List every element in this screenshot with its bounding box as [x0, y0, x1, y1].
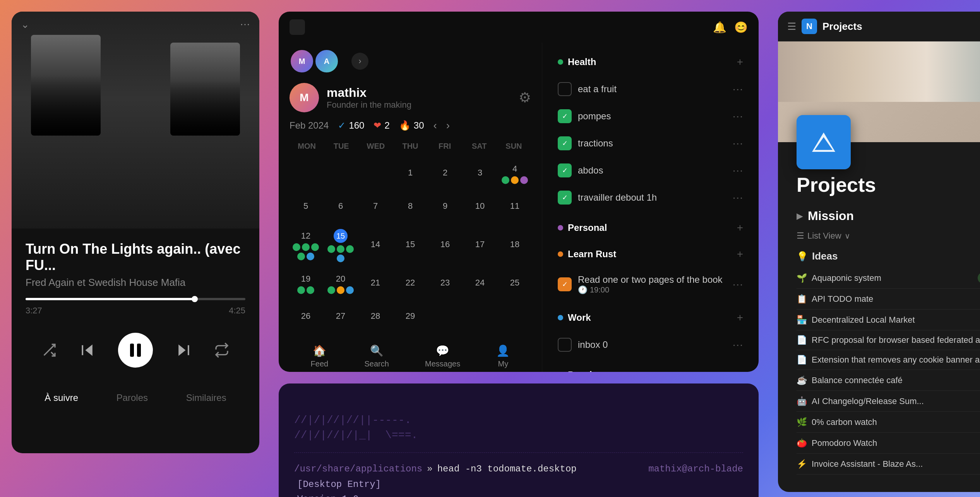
prev-month-button[interactable]: ‹ [433, 119, 437, 132]
toggle-icon[interactable]: ▶ [797, 211, 803, 221]
total-time: 4:25 [229, 306, 245, 316]
more-options-tractions[interactable]: ⋯ [732, 137, 743, 150]
settings-icon[interactable]: ⚙ [519, 89, 531, 106]
cal-day-18[interactable]: 18 [499, 225, 531, 266]
cal-day-15[interactable]: 15 [394, 225, 427, 266]
notion-item-7[interactable]: 🌿 0% carbon watch Fair Design August 13,… [797, 412, 980, 433]
cal-day-empty [324, 158, 357, 189]
cal-day-5[interactable]: 5 [290, 192, 322, 223]
habit-check-eat-fruit[interactable] [558, 82, 572, 96]
more-options-eat-fruit[interactable]: ⋯ [732, 83, 743, 96]
category-work[interactable]: Work + [552, 306, 749, 329]
cal-day-1[interactable]: 1 [394, 158, 427, 189]
cal-day-25[interactable]: 25 [499, 268, 531, 299]
cal-day-19[interactable]: 19 [290, 268, 322, 299]
cal-day-28[interactable]: 28 [359, 302, 392, 333]
more-options-rust[interactable]: ⋯ [732, 278, 743, 291]
previous-button[interactable] [79, 342, 96, 359]
habit-check-rust[interactable]: ✓ [558, 277, 572, 291]
cal-day-4[interactable]: 4 [499, 158, 531, 189]
notion-item-6[interactable]: 🤖 AI Changelog/Release Sum... Hot Dev AI… [797, 391, 980, 412]
tab-paroles[interactable]: Paroles [117, 392, 148, 403]
day-header-mon: MON [290, 139, 324, 154]
notion-item-4[interactable]: 📄 Extension that removes any cookie bann… [797, 350, 980, 370]
next-button[interactable] [175, 342, 192, 359]
cal-day-21[interactable]: 21 [359, 268, 392, 299]
more-options-debout[interactable]: ⋯ [732, 191, 743, 204]
notion-item-8[interactable]: 🍅 Pomodoro Watch Insignifiant Desi Augus… [797, 433, 980, 454]
tab-a-suivre[interactable]: À suivre [45, 392, 78, 403]
cal-day-22[interactable]: 22 [394, 268, 427, 299]
nav-feed[interactable]: 🏠 Feed [311, 344, 329, 368]
chevron-down-icon[interactable]: ⌄ [21, 19, 29, 31]
item-1-title: API TODO mate [812, 294, 975, 304]
more-options-icon[interactable]: ⋯ [240, 19, 250, 31]
habit-stats-row: Feb 2024 ✓ 160 ❤ 2 🔥 30 ‹ › [279, 112, 542, 139]
cal-day-10[interactable]: 10 [464, 192, 496, 223]
notion-menu-icon[interactable]: ☰ [787, 21, 796, 33]
notion-item-1[interactable]: 📋 API TODO mate Dev Insignifial December… [797, 289, 980, 310]
category-personal[interactable]: Personal + [552, 216, 749, 239]
habit-check-tractions[interactable]: ✓ [558, 136, 572, 150]
add-work-icon[interactable]: + [737, 311, 743, 324]
category-learn-rust[interactable]: Learn Rust + [552, 242, 749, 266]
month-label: Feb 2024 [290, 120, 329, 131]
category-health[interactable]: Health + [552, 50, 749, 74]
next-month-button[interactable]: › [446, 119, 450, 132]
cal-day-29[interactable]: 29 [394, 302, 427, 333]
cal-day-7[interactable]: 7 [359, 192, 392, 223]
cal-day-11[interactable]: 11 [499, 192, 531, 223]
notion-item-0[interactable]: 🌱 Aquaponic system Fair Insignifian Dece… [797, 268, 980, 289]
music-titlebar: ⌄ ⋯ [12, 12, 259, 38]
cal-day-23[interactable]: 23 [429, 268, 461, 299]
more-options-inbox[interactable]: ⋯ [732, 339, 743, 351]
cal-day-24[interactable]: 24 [464, 268, 496, 299]
add-peach-icon[interactable]: + [737, 369, 743, 372]
nav-search[interactable]: 🔍 Search [364, 344, 389, 368]
add-personal-icon[interactable]: + [737, 222, 743, 234]
add-health-icon[interactable]: + [737, 56, 743, 68]
habit-check-debout[interactable]: ✓ [558, 191, 572, 205]
item-6-icon: 🤖 [797, 396, 807, 406]
category-peach[interactable]: Peach + [552, 363, 749, 372]
habit-eat-fruit: eat a fruit ⋯ [552, 77, 749, 101]
cal-day-8[interactable]: 8 [394, 192, 427, 223]
pause-button[interactable] [118, 333, 153, 368]
habit-check-pompes[interactable]: ✓ [558, 109, 572, 123]
cal-day-20[interactable]: 20 [324, 268, 357, 299]
notion-item-2[interactable]: 🏪 Decentralized Local Market Fair Octobe… [797, 310, 980, 330]
notion-item-5[interactable]: ☕ Balance connectée café Hot October 5, … [797, 370, 980, 391]
cal-day-empty [359, 158, 392, 189]
cal-day-13-today[interactable]: 15 [324, 225, 357, 266]
tab-similaires[interactable]: Similaires [186, 392, 226, 403]
day-header-thu: THU [393, 139, 427, 154]
svg-marker-2 [85, 344, 92, 356]
nav-messages[interactable]: 💬 Messages [425, 344, 460, 368]
more-options-pompes[interactable]: ⋯ [732, 110, 743, 123]
cal-day-2[interactable]: 2 [429, 158, 461, 189]
cal-day-16[interactable]: 16 [429, 225, 461, 266]
cal-day-9[interactable]: 9 [429, 192, 461, 223]
cal-day-3[interactable]: 3 [464, 158, 496, 189]
habit-check-inbox[interactable] [558, 338, 572, 352]
cal-day-6[interactable]: 6 [324, 192, 357, 223]
avatar-arrow[interactable]: › [351, 53, 368, 70]
repeat-button[interactable] [214, 342, 230, 358]
more-options-abdos[interactable]: ⋯ [732, 164, 743, 177]
cal-day-14[interactable]: 14 [359, 225, 392, 266]
progress-bar[interactable] [26, 298, 245, 300]
notion-item-9[interactable]: ⚡ Invoice Assistant - Blaze As... Hot Be… [797, 454, 980, 475]
cal-day-26[interactable]: 26 [290, 302, 322, 333]
view-chevron-icon[interactable]: ∨ [845, 231, 850, 241]
shuffle-button[interactable] [41, 342, 57, 358]
habit-check-abdos[interactable]: ✓ [558, 163, 572, 177]
notion-item-3[interactable]: 📄 RFC proposal for browser based federat… [797, 330, 980, 350]
nav-my[interactable]: 👤 My [496, 344, 510, 368]
cal-day-17[interactable]: 17 [464, 225, 496, 266]
emoji-icon[interactable]: 😊 [734, 21, 748, 34]
cal-day-12[interactable]: 12 [290, 225, 322, 266]
cal-day-27[interactable]: 27 [324, 302, 357, 333]
add-learn-rust-icon[interactable]: + [737, 248, 743, 260]
notion-icon-box [797, 115, 851, 169]
notification-icon[interactable]: 🔔 [713, 21, 726, 34]
